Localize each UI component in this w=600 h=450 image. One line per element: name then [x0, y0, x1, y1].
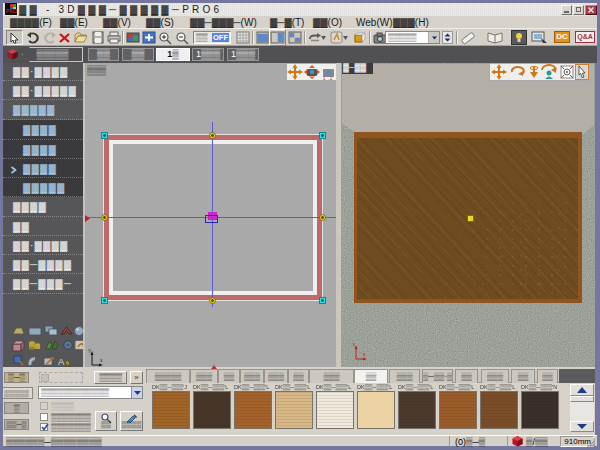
svg-text:A: A: [58, 356, 65, 367]
svg-text:1→2: 1→2: [323, 76, 333, 80]
svg-text:x: x: [100, 357, 103, 363]
svg-text:PRO: PRO: [6, 8, 17, 14]
svg-text:x: x: [363, 351, 366, 357]
